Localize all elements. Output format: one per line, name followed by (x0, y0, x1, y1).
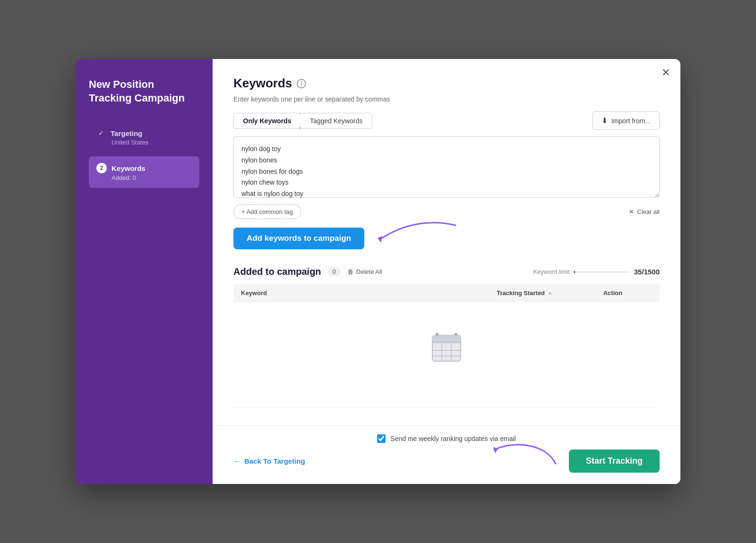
keyword-count: 35 (634, 268, 642, 276)
svg-rect-2 (432, 335, 461, 343)
progress-bar (574, 271, 630, 273)
campaign-title: New Position Tracking Campaign (89, 78, 199, 105)
info-icon[interactable]: i (297, 79, 306, 88)
content-scroll: Keywords i Enter keywords one per line o… (213, 59, 680, 425)
tab-tagged-keywords[interactable]: Tagged Keywords (301, 113, 372, 128)
import-button[interactable]: ⬇ Import from... (593, 111, 660, 130)
section-title-text: Keywords (233, 76, 292, 91)
svg-point-9 (455, 333, 457, 336)
keywords-textarea[interactable]: nylon dog toy nylon bones nylon bones fo… (233, 136, 660, 198)
col-header-keyword: Keyword (233, 284, 489, 302)
sidebar-step-targeting-label: Targeting (111, 129, 142, 137)
back-arrow-icon: ← (233, 457, 241, 465)
keyword-max: 1500 (644, 268, 660, 276)
progress-bar-fill (574, 271, 575, 273)
step-number-keywords: 2 (96, 163, 107, 173)
sidebar-step-targeting[interactable]: ✓ Targeting United States (89, 122, 199, 153)
added-to-campaign-label: Added to campaign (233, 266, 321, 277)
import-download-icon: ⬇ (601, 116, 608, 125)
empty-state-cell (233, 302, 660, 408)
keyword-count-text: 35/1500 (634, 268, 660, 276)
modal-footer: Send me weekly ranking updates via email… (213, 425, 680, 484)
tag-clear-row: + Add common tag ✕ Clear all (233, 204, 660, 219)
tabs-group: Only Keywords Tagged Keywords (233, 113, 372, 129)
start-tracking-arrow-annotation (490, 435, 565, 468)
section-heading: Keywords i (233, 76, 660, 91)
add-keywords-row: Add keywords to campaign (233, 228, 660, 249)
footer-actions: ← Back To Targeting Start Tracking (233, 450, 660, 473)
campaign-section: Added to campaign 0 🗑 Delete All Keyword… (233, 266, 660, 408)
sidebar-step-targeting-sublabel: United States (112, 139, 192, 146)
keywords-table: Keyword Tracking Started ≡ Action (233, 284, 660, 408)
empty-state-icon (428, 331, 465, 369)
campaign-left: Added to campaign 0 🗑 Delete All (233, 266, 382, 277)
keyword-limit-label: Keyword limit (533, 268, 569, 275)
modal: New Position Tracking Campaign ✓ Targeti… (76, 59, 680, 484)
close-button[interactable]: ✕ (662, 68, 670, 78)
arrow-annotation (370, 218, 465, 256)
delete-all-button[interactable]: 🗑 Delete All (347, 268, 382, 275)
svg-marker-0 (378, 236, 382, 243)
add-common-tag-button[interactable]: + Add common tag (233, 204, 301, 219)
sidebar: New Position Tracking Campaign ✓ Targeti… (76, 59, 213, 484)
delete-all-label: Delete All (356, 268, 382, 275)
tab-only-keywords[interactable]: Only Keywords (233, 113, 301, 129)
campaign-count-badge: 0 (328, 267, 341, 276)
start-tracking-row: Start Tracking (569, 450, 660, 473)
empty-state (241, 308, 652, 402)
sidebar-step-keywords-sublabel: Added: 0 (112, 174, 192, 181)
tabs-row: Only Keywords Tagged Keywords ⬇ Import f… (233, 111, 660, 130)
email-checkbox[interactable] (377, 434, 386, 443)
tracking-started-label: Tracking Started (497, 289, 545, 297)
col-header-tracking[interactable]: Tracking Started ≡ (489, 284, 596, 302)
subtitle-text: Enter keywords one per line or separated… (233, 95, 660, 103)
add-keywords-button[interactable]: Add keywords to campaign (233, 228, 364, 249)
delete-icon: 🗑 (347, 268, 353, 275)
start-tracking-button[interactable]: Start Tracking (569, 450, 660, 473)
keyword-limit-info: Keyword limit 35/1500 (533, 268, 660, 276)
back-button-label: Back To Targeting (244, 457, 305, 465)
col-header-action: Action (596, 284, 660, 302)
sort-icon: ≡ (549, 290, 551, 296)
step-check-icon: ✓ (96, 128, 106, 138)
svg-point-8 (436, 333, 438, 336)
sidebar-step-keywords-label: Keywords (112, 164, 146, 172)
clear-all-button[interactable]: ✕ Clear all (629, 208, 660, 215)
campaign-section-title: Added to campaign 0 (233, 266, 341, 277)
add-tag-label: + Add common tag (241, 208, 293, 215)
back-to-targeting-button[interactable]: ← Back To Targeting (233, 457, 305, 465)
email-checkbox-row: Send me weekly ranking updates via email (233, 434, 660, 443)
clear-all-x-icon: ✕ (629, 208, 634, 215)
clear-all-label: Clear all (637, 208, 660, 215)
import-button-label: Import from... (611, 117, 651, 125)
sidebar-step-keywords[interactable]: 2 Keywords Added: 0 (89, 156, 199, 188)
campaign-header-row: Added to campaign 0 🗑 Delete All Keyword… (233, 266, 660, 277)
main-content: ✕ Keywords i Enter keywords one per line… (213, 59, 680, 484)
